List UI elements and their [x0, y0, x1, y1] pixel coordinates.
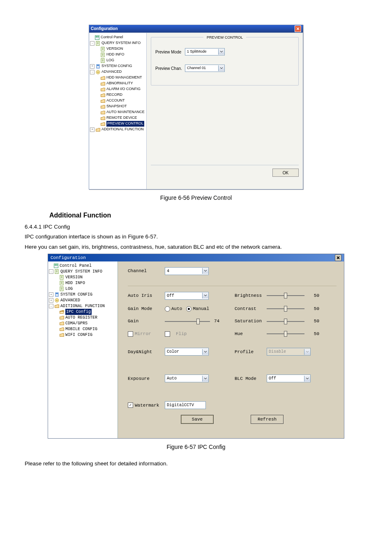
blc-select[interactable]: Off	[267, 375, 311, 382]
tree-item[interactable]: ACCOUNT	[90, 98, 145, 104]
nav-tree[interactable]: Control Panel-QUERY SYSTEM INFOVERSIONHD…	[48, 261, 118, 438]
tree-item[interactable]: AUTO MAINTENANCE	[90, 109, 145, 115]
channel-select[interactable]: 4	[165, 267, 209, 275]
tree-item-label: SYSTEM CONFIG	[60, 291, 92, 298]
mirror-checkbox[interactable]: Mirror	[128, 331, 165, 338]
refresh-button[interactable]: Refresh	[251, 415, 284, 424]
preview-chan-select[interactable]: Channel 01	[185, 65, 225, 72]
tree-item[interactable]: WIFI CONFIG	[49, 332, 117, 338]
tree-item[interactable]: -ADVANCED	[90, 69, 145, 75]
figure-caption: Figure 6-56 Preview Control	[25, 194, 367, 202]
tree-item[interactable]: Control Panel	[90, 35, 145, 40]
collapse-icon[interactable]: -	[90, 70, 95, 74]
daynight-select[interactable]: Color	[165, 348, 209, 356]
tree-item-label: SYSTEM CONFIG	[101, 63, 132, 69]
panel-icon	[95, 35, 99, 40]
folder-icon	[101, 87, 105, 92]
tree-item[interactable]: -QUERY SYSTEM INFO	[90, 40, 145, 46]
flip-checkbox[interactable]: Flip	[165, 331, 235, 338]
watermark-checkbox[interactable]: Watermark	[128, 402, 165, 409]
section-heading: Additional Function	[49, 210, 367, 220]
tree-item[interactable]: IPC Config	[49, 309, 117, 315]
tree-item[interactable]: +ADVANCED	[49, 298, 117, 303]
adv-icon	[55, 298, 59, 303]
tree-item[interactable]: HDD INFO	[90, 52, 145, 58]
brightness-label: Brightness	[235, 292, 267, 299]
tree-item[interactable]: VERSION	[90, 46, 145, 52]
expand-icon[interactable]: +	[49, 292, 53, 297]
ok-button[interactable]: OK	[272, 169, 299, 177]
tree-item[interactable]: REMOTE DEVICE	[90, 115, 145, 121]
blc-label: BLC Mode	[235, 375, 267, 382]
tree-item[interactable]: AUTO REGISTER	[49, 315, 117, 321]
tree-spacer	[96, 59, 99, 62]
tree-item[interactable]: -QUERY SYSTEM INFO	[49, 269, 117, 275]
tree-item-label: SNAPSHOT	[106, 104, 127, 109]
tree-spacer	[96, 99, 99, 103]
tree-item[interactable]: LOG	[49, 286, 117, 292]
close-icon[interactable]	[295, 25, 301, 32]
cfg-icon	[55, 292, 59, 297]
tree-item-label: PREVIEW CONTROL	[106, 121, 144, 127]
gainmode-label: Gain Mode	[128, 305, 165, 312]
exposure-select[interactable]: Auto	[165, 375, 209, 382]
tree-item[interactable]: VERSION	[49, 275, 117, 280]
panel-icon	[54, 264, 58, 268]
hue-slider[interactable]	[267, 331, 304, 337]
tree-item-label: HDD INFO	[65, 280, 85, 286]
tree-item[interactable]: Control Panel	[49, 263, 117, 269]
tree-spacer	[55, 321, 58, 325]
tree-item[interactable]: PREVIEW CONTROL	[90, 121, 145, 127]
brightness-slider[interactable]	[267, 293, 304, 298]
expand-icon[interactable]: +	[90, 127, 95, 132]
tree-item[interactable]: +SYSTEM CONFIG	[49, 292, 117, 298]
tree-item[interactable]: CDMA/GPRS	[49, 321, 117, 326]
close-icon[interactable]	[335, 254, 341, 261]
tree-item[interactable]: SNAPSHOT	[90, 104, 145, 109]
collapse-icon[interactable]: -	[49, 269, 53, 274]
autoiris-select[interactable]: Off	[165, 292, 209, 300]
tree-item[interactable]: ALARM I/O CONFIG	[90, 86, 145, 92]
tree-item[interactable]: +SYSTEM CONFIG	[90, 63, 145, 69]
tree-item[interactable]: MOBILE CONFIG	[49, 326, 117, 332]
gainmode-manual-radio[interactable]: Manual	[186, 305, 209, 312]
tree-item[interactable]: HDD MANAGEMENT	[90, 75, 145, 81]
window-title: Configuration	[51, 254, 86, 261]
figure-caption: Figure 6-57 IPC Config	[25, 443, 367, 451]
tree-item[interactable]: HDD INFO	[49, 280, 117, 286]
tree-item[interactable]: ABNORMALITY	[90, 81, 145, 86]
preview-control-group: PREVIEW CONTROL Preview Mode 1 SplitMode	[151, 37, 299, 86]
watermark-input[interactable]: DigitalCCTV	[165, 401, 206, 409]
svg-point-21	[56, 300, 58, 301]
tree-item-label: ADDITIONAL FUNCTION	[101, 127, 144, 132]
tree-item-label: AUTO MAINTENANCE	[106, 109, 145, 115]
subsection-number: 6.4.4.1 IPC Config	[25, 223, 367, 231]
tree-item[interactable]: -ADITIONAL FUNCTION	[49, 303, 117, 309]
paragraph: Here you can set gain, iris, brightness,…	[25, 243, 367, 251]
tree-item[interactable]: +ADDITIONAL FUNCTION	[90, 127, 145, 132]
daynight-label: Day&Night	[128, 349, 165, 356]
tree-spacer	[96, 53, 99, 57]
contrast-slider[interactable]	[267, 306, 304, 312]
collapse-icon[interactable]: -	[90, 41, 95, 46]
collapse-icon[interactable]: -	[49, 304, 53, 308]
ipc-form: Channel 4 Auto Iris O	[118, 261, 344, 438]
tree-spacer	[55, 310, 58, 314]
nav-tree[interactable]: Control Panel-QUERY SYSTEM INFOVERSIONHD…	[89, 33, 147, 189]
tree-item[interactable]: RECORD	[90, 92, 145, 98]
expand-icon[interactable]: +	[49, 298, 53, 303]
tree-item[interactable]: LOG	[90, 58, 145, 63]
preview-mode-select[interactable]: 1 SplitMode	[185, 48, 225, 56]
preview-control-window: Configuration Control Panel-QUERY SYSTEM…	[89, 25, 303, 190]
save-button[interactable]: Save	[181, 415, 214, 424]
gain-slider[interactable]	[165, 319, 210, 324]
gainmode-auto-radio[interactable]: Auto	[165, 305, 182, 312]
doc-icon	[96, 41, 100, 46]
cfg-icon	[96, 64, 100, 69]
folder-icon	[101, 81, 105, 86]
tree-item-label: ALARM I/O CONFIG	[106, 86, 141, 92]
folder-icon	[60, 333, 64, 337]
expand-icon[interactable]: +	[90, 64, 95, 69]
tree-item-label: ABNORMALITY	[106, 81, 133, 86]
saturation-slider[interactable]	[267, 319, 304, 324]
